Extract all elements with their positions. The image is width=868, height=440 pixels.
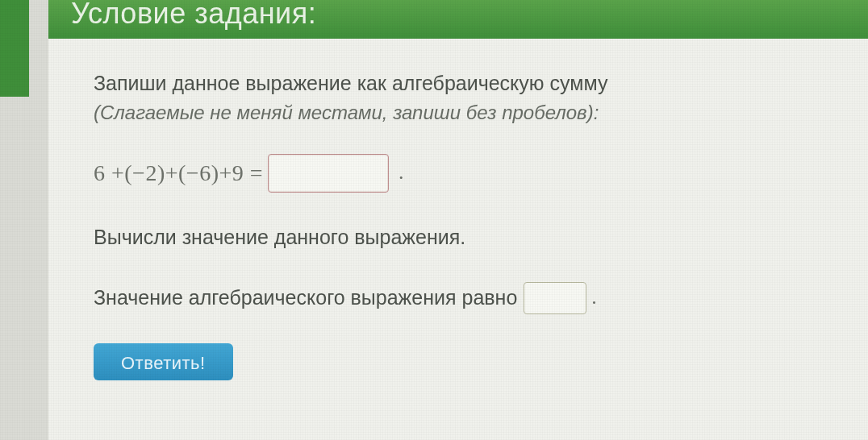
instruction-line-1: Запиши данное выражение как алгебраическ… [94, 69, 823, 98]
expression-row: 6 +(−2)+(−6)+9 = . [94, 154, 823, 193]
math-expression: 6 +(−2)+(−6)+9 = [94, 157, 263, 189]
period-2: . [591, 283, 597, 312]
submit-button[interactable]: Ответить! [94, 343, 233, 380]
result-value-input[interactable] [524, 282, 586, 314]
period-1: . [399, 158, 404, 187]
compute-prompt: Вычисли значение данного выражения. [94, 223, 823, 251]
task-content: Запиши данное выражение как алгебраическ… [48, 39, 868, 380]
task-header-title: Условие задания: [71, 0, 316, 30]
task-card: Условие задания: Запиши данное выражение… [48, 0, 868, 440]
task-header: Условие задания: [48, 0, 868, 39]
algebraic-sum-input[interactable] [268, 154, 389, 193]
value-row: Значение алгебраического выражения равно… [94, 282, 823, 314]
sidebar-accent [0, 0, 29, 97]
submit-row: Ответить! [94, 343, 823, 380]
value-prompt: Значение алгебраического выражения равно [94, 284, 517, 312]
instruction-line-2: (Слагаемые не меняй местами, запиши без … [94, 99, 823, 127]
